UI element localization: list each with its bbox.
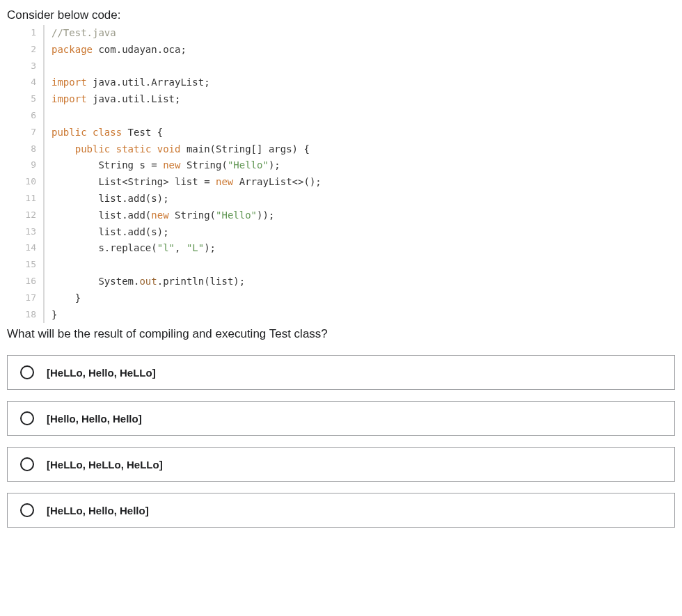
code-line: 5import java.util.List; [14,91,675,108]
line-number: 3 [14,58,39,74]
gutter-separator [43,108,45,125]
gutter-separator [43,290,45,307]
radio-icon [20,503,34,517]
code-content: } [51,290,81,307]
code-content [51,257,57,274]
line-number: 11 [14,191,39,206]
option-label: [HeLLo, HeLLo, HeLLo] [47,459,163,471]
code-content: //Test.java [51,25,116,42]
answer-option-4[interactable]: [HeLLo, Hello, Hello] [7,493,675,528]
radio-icon [20,365,34,379]
code-content: package com.udayan.oca; [51,42,187,58]
answer-option-3[interactable]: [HeLLo, HeLLo, HeLLo] [7,447,675,482]
gutter-separator [43,274,45,290]
gutter-separator [43,174,45,191]
code-content: list.add(new String("Hello")); [51,207,274,224]
code-content: s.replace("l", "L"); [51,240,216,257]
answer-option-1[interactable]: [HeLLo, Hello, HeLLo] [7,355,675,390]
gutter-separator [43,74,45,91]
code-line: 16 System.out.println(list); [14,274,675,290]
code-content: public static void main(String[] args) { [51,141,310,158]
code-content: import java.util.List; [51,91,180,108]
code-line: 1//Test.java [14,25,675,42]
gutter-separator [43,224,45,241]
line-number: 15 [14,257,39,272]
line-number: 12 [14,207,39,223]
line-number: 5 [14,91,39,106]
code-line: 6 [14,108,675,125]
line-number: 14 [14,240,39,255]
code-line: 7public class Test { [14,125,675,141]
question-intro: Consider below code: [7,8,675,22]
gutter-separator [43,125,45,141]
code-content: } [51,307,57,324]
code-content: import java.util.ArrayList; [51,74,210,91]
code-line: 14 s.replace("l", "L"); [14,240,675,257]
line-number: 18 [14,307,39,322]
code-line: 4import java.util.ArrayList; [14,74,675,91]
code-line: 13 list.add(s); [14,224,675,241]
gutter-separator [43,207,45,224]
code-line: 10 List<String> list = new ArrayList<>()… [14,174,675,191]
gutter-separator [43,157,45,174]
line-number: 1 [14,25,39,40]
code-line: 11 list.add(s); [14,191,675,207]
gutter-separator [43,257,45,274]
code-line: 3 [14,58,675,75]
line-number: 6 [14,108,39,123]
radio-icon [20,411,34,425]
line-number: 10 [14,174,39,189]
gutter-separator [43,307,45,324]
gutter-separator [43,42,45,58]
code-content [51,58,57,75]
code-line: 17 } [14,290,675,307]
code-block: 1//Test.java2package com.udayan.oca;3 4i… [7,25,675,323]
gutter-separator [43,240,45,257]
question-text: What will be the result of compiling and… [7,327,675,341]
line-number: 13 [14,224,39,239]
line-number: 17 [14,290,39,306]
line-number: 9 [14,157,39,173]
option-label: [Hello, Hello, Hello] [47,413,142,425]
code-content: List<String> list = new ArrayList<>(); [51,174,322,191]
line-number: 8 [14,141,39,157]
code-content: list.add(s); [51,191,169,207]
code-line: 9 String s = new String("Hello"); [14,157,675,174]
code-content: System.out.println(list); [51,274,245,290]
code-line: 12 list.add(new String("Hello")); [14,207,675,224]
code-line: 2package com.udayan.oca; [14,42,675,58]
gutter-separator [43,58,45,75]
line-number: 16 [14,274,39,289]
code-content: public class Test { [51,125,163,141]
code-content: String s = new String("Hello"); [51,157,280,174]
code-line: 8 public static void main(String[] args)… [14,141,675,158]
radio-icon [20,457,34,471]
gutter-separator [43,141,45,158]
option-label: [HeLLo, Hello, HeLLo] [47,367,156,379]
code-line: 15 [14,257,675,274]
line-number: 7 [14,125,39,140]
code-content [51,108,57,125]
gutter-separator [43,91,45,108]
code-line: 18} [14,307,675,324]
option-label: [HeLLo, Hello, Hello] [47,505,149,516]
answer-option-2[interactable]: [Hello, Hello, Hello] [7,401,675,436]
answer-options: [HeLLo, Hello, HeLLo][Hello, Hello, Hell… [7,355,675,528]
gutter-separator [43,191,45,207]
line-number: 2 [14,42,39,57]
code-content: list.add(s); [51,224,169,241]
line-number: 4 [14,74,39,90]
gutter-separator [43,25,45,42]
